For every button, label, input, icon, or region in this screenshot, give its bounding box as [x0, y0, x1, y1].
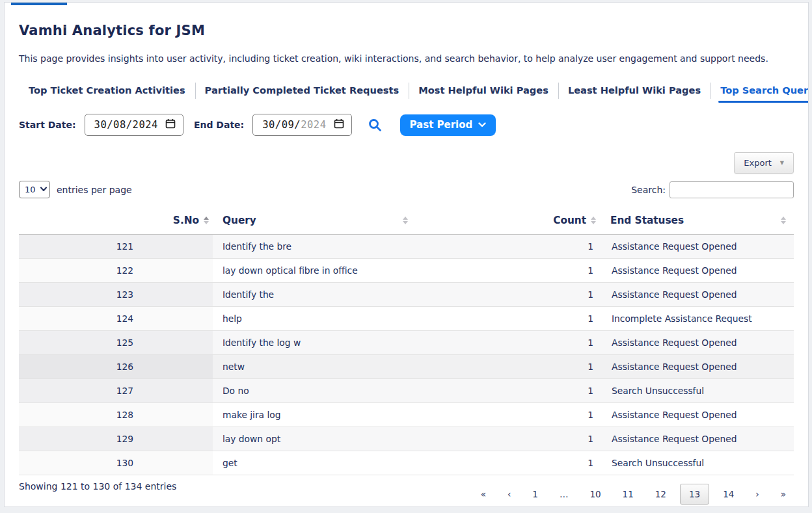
cell-end-status: Search Unsuccessful	[600, 451, 794, 475]
filter-bar: Start Date: 30/08/2024 End Date: 30/09/2…	[19, 114, 794, 136]
table-row[interactable]: 130 get 1 Search Unsuccessful	[19, 451, 794, 475]
tab[interactable]: Most Helpful Wiki Pages	[409, 81, 558, 99]
cell-end-status: Assistance Request Opened	[600, 427, 794, 451]
cell-count: 1	[408, 451, 600, 475]
cell-query: Identify the log w	[213, 330, 408, 354]
calendar-icon[interactable]	[334, 118, 344, 131]
pagination-item[interactable]: 14	[715, 484, 742, 505]
column-label: End Statuses	[610, 215, 684, 226]
export-toolbar: Export ▼	[19, 152, 794, 174]
cell-sno: 129	[19, 427, 213, 451]
column-header-sno[interactable]: S.No	[19, 207, 213, 234]
tab[interactable]: Top Ticket Creation Activities	[19, 81, 195, 99]
pagination-label: «	[481, 489, 486, 499]
search-icon[interactable]	[368, 118, 383, 133]
cell-end-status: Assistance Request Opened	[600, 282, 794, 306]
column-label: Count	[553, 215, 586, 226]
table-row[interactable]: 127 Do no 1 Search Unsuccessful	[19, 378, 794, 402]
cell-sno: 124	[19, 306, 213, 330]
cell-end-status: Assistance Request Opened	[600, 234, 794, 258]
pagination-item[interactable]: …	[552, 484, 576, 505]
pagination-label: …	[560, 489, 569, 499]
cell-end-status: Incomplete Assistance Request	[600, 306, 794, 330]
column-header-query[interactable]: Query	[213, 207, 408, 234]
table-body: 121 Identify the bre 1 Assistance Reques…	[19, 234, 794, 475]
column-header-end-statuses[interactable]: End Statuses	[600, 207, 794, 234]
end-date-label: End Date:	[194, 120, 244, 130]
cell-query: Do no	[213, 378, 408, 402]
cell-sno: 130	[19, 451, 213, 475]
cell-count: 1	[408, 402, 600, 427]
page-title: Vamhi Analytics for JSM	[19, 23, 794, 38]
table-row[interactable]: 128 make jira log 1 Assistance Request O…	[19, 402, 794, 427]
pagination-item[interactable]: 10	[582, 484, 608, 505]
cell-query: Identify the bre	[213, 234, 408, 258]
table-controls: 10 entries per page Search:	[19, 181, 794, 198]
table-row[interactable]: 126 netw 1 Assistance Request Opened	[19, 354, 794, 378]
cell-query: lay down optical fibre in office	[213, 258, 408, 282]
pagination-item[interactable]: ›	[748, 484, 766, 505]
cell-sno: 121	[19, 234, 213, 258]
table-row[interactable]: 124 help 1 Incomplete Assistance Request	[19, 306, 794, 330]
table-search-input[interactable]	[670, 181, 794, 198]
table-row[interactable]: 122 lay down optical fibre in office 1 A…	[19, 258, 794, 282]
cell-sno: 126	[19, 354, 213, 378]
cell-count: 1	[408, 427, 600, 451]
pagination-item[interactable]: ‹	[500, 484, 519, 505]
column-label: Query	[223, 215, 256, 226]
calendar-icon[interactable]	[165, 118, 176, 131]
pagination-label: 10	[589, 489, 601, 499]
cell-end-status: Assistance Request Opened	[600, 258, 794, 282]
sort-icon	[591, 217, 596, 224]
table-row[interactable]: 129 lay down opt 1 Assistance Request Op…	[19, 427, 794, 451]
cell-end-status: Search Unsuccessful	[600, 378, 794, 402]
cell-end-status: Assistance Request Opened	[600, 330, 794, 354]
cell-count: 1	[408, 306, 600, 330]
pagination-label: 12	[655, 489, 666, 499]
showing-entries-text: Showing 121 to 130 of 134 entries	[19, 481, 176, 492]
pagination-item[interactable]: 12	[647, 484, 674, 505]
page-size-select[interactable]: 10	[19, 181, 50, 198]
table-row[interactable]: 121 Identify the bre 1 Assistance Reques…	[19, 234, 794, 258]
entries-per-page-label: entries per page	[57, 185, 132, 195]
end-date-input[interactable]: 30/09/2024	[252, 114, 351, 136]
cell-query: help	[213, 306, 408, 330]
start-date-input[interactable]: 30/08/2024	[85, 114, 183, 136]
tab[interactable]: Least Helpful Wiki Pages	[558, 81, 710, 99]
pagination-item[interactable]: «	[473, 484, 494, 505]
cell-count: 1	[408, 378, 600, 402]
cell-end-status: Assistance Request Opened	[600, 402, 794, 427]
export-button[interactable]: Export ▼	[734, 152, 794, 174]
past-period-button[interactable]: Past Period	[400, 114, 496, 136]
results-table: S.No Query Count	[19, 207, 794, 475]
tab-label: Least Helpful Wiki Pages	[568, 85, 701, 96]
pagination: « ‹ 1 … 10 11 12 13 14 ›	[467, 484, 794, 505]
pagination-item[interactable]: »	[773, 484, 794, 505]
page-description: This page provides insights into user ac…	[19, 53, 794, 64]
column-header-count[interactable]: Count	[408, 207, 600, 234]
pagination-label: 13	[689, 489, 700, 499]
active-tab-accent-bar	[11, 3, 67, 5]
caret-down-icon: ▼	[780, 160, 784, 166]
pagination-item[interactable]: 1	[524, 484, 546, 505]
pagination-label: ›	[755, 489, 759, 499]
cell-sno: 127	[19, 378, 213, 402]
tab-label: Most Helpful Wiki Pages	[418, 85, 548, 96]
tab[interactable]: Partially Completed Ticket Requests	[195, 81, 409, 99]
pagination-item[interactable]: 13	[680, 484, 709, 505]
tab[interactable]: Top Search Queries and Outcomes	[710, 81, 809, 99]
cell-end-status: Assistance Request Opened	[600, 354, 794, 378]
pagination-label: »	[781, 489, 786, 499]
cell-query: netw	[213, 354, 408, 378]
cell-count: 1	[408, 234, 600, 258]
table-header-row: S.No Query Count	[19, 207, 794, 234]
pagination-item[interactable]: 11	[615, 484, 642, 505]
pagination-label: ‹	[508, 489, 511, 499]
sort-icon	[204, 217, 209, 224]
cell-query: make jira log	[213, 402, 408, 427]
table-row[interactable]: 125 Identify the log w 1 Assistance Requ…	[19, 330, 794, 354]
sort-icon	[781, 217, 786, 224]
cell-count: 1	[408, 258, 600, 282]
past-period-label: Past Period	[410, 119, 473, 131]
table-row[interactable]: 123 Identify the 1 Assistance Request Op…	[19, 282, 794, 306]
